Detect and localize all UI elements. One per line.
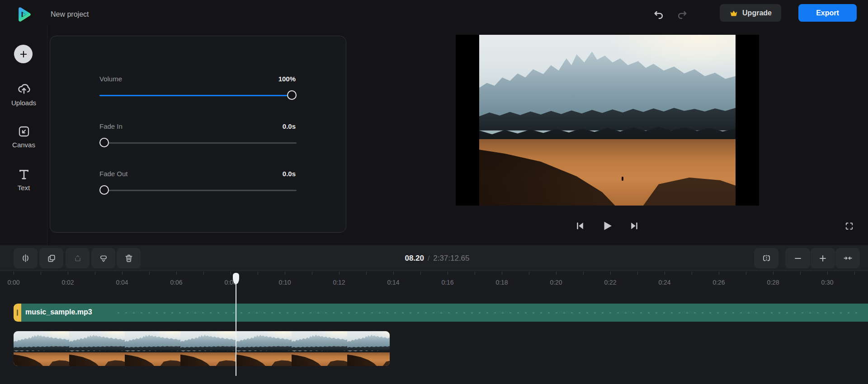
video-clip[interactable] [14, 331, 390, 366]
canvas-resize-icon [0, 124, 47, 139]
skip-to-end-icon[interactable] [627, 218, 642, 234]
timeline-section: 08.20 / 2:37:12.65 [0, 245, 868, 384]
sidebar-item-label: Canvas [0, 141, 47, 149]
snap-toggle-button[interactable] [754, 248, 778, 268]
ruler-label: 0:10 [278, 279, 291, 286]
delete-button[interactable] [117, 248, 141, 268]
ruler-tick [14, 272, 14, 275]
fullscreen-icon[interactable] [841, 218, 857, 234]
timeline-ruler[interactable]: 0:000:020:040:060:080:100:120:140:160:18… [0, 271, 868, 293]
ruler-tick [556, 272, 557, 275]
header-bar: New project Upgrade Export [0, 0, 868, 25]
ruler-tick [258, 272, 258, 275]
play-icon[interactable] [599, 218, 615, 234]
fade-out-value: 0.0s [283, 170, 296, 178]
video-preview[interactable] [456, 35, 759, 206]
copy-button[interactable] [39, 248, 63, 268]
audio-clip-trim-handle[interactable] [14, 304, 21, 322]
fade-in-label: Fade In [99, 122, 123, 130]
app-logo-icon[interactable] [15, 6, 33, 23]
ruler-tick [41, 272, 41, 275]
zoom-in-button[interactable] [811, 248, 835, 268]
ruler-label: 0:16 [441, 279, 453, 286]
sidebar-item-label: Text [0, 184, 47, 192]
split-button[interactable] [14, 248, 38, 268]
ruler-tick [719, 272, 719, 275]
ruler-tick [475, 272, 475, 275]
ruler-tick [854, 272, 855, 275]
add-media-button[interactable] [14, 45, 33, 63]
ruler-tick [366, 272, 367, 275]
video-thumbnail [125, 331, 180, 366]
total-duration: 2:37:12.65 [433, 254, 469, 263]
ruler-tick [339, 272, 340, 275]
video-thumbnail [236, 331, 292, 366]
ruler-tick [176, 272, 177, 275]
text-tool-icon [0, 167, 47, 182]
volume-slider[interactable] [99, 90, 297, 100]
video-thumbnail [292, 331, 347, 366]
sidebar-item-canvas[interactable]: Canvas [0, 124, 47, 149]
sidebar-item-label: Uploads [0, 99, 47, 107]
volume-label: Volume [99, 75, 122, 83]
ruler-tick [68, 272, 68, 275]
ruler-tick [827, 272, 828, 275]
fade-out-slider[interactable] [99, 185, 297, 195]
ruler-label: 0:22 [604, 279, 616, 286]
ruler-tick [637, 272, 638, 275]
ruler-tick [122, 272, 123, 275]
undo-icon[interactable] [651, 8, 666, 22]
audio-properties-panel: Volume 100% Fade In 0.0s Fade Out 0.0s [50, 36, 346, 233]
slider-track [99, 142, 297, 144]
ruler-label: 0:14 [387, 279, 399, 286]
ruler-label: 0:20 [550, 279, 562, 286]
timecode: 08.20 / 2:37:12.65 [405, 245, 469, 271]
skip-to-start-icon[interactable] [572, 218, 588, 234]
upload-cloud-icon [0, 81, 47, 97]
ruler-label: 0:00 [7, 279, 19, 286]
video-thumbnail [69, 331, 125, 366]
slider-handle[interactable] [287, 90, 297, 100]
project-title[interactable]: New project [51, 10, 89, 19]
ruler-tick [529, 272, 529, 275]
slider-fill [99, 95, 292, 96]
ruler-tick [285, 272, 285, 275]
playhead-handle[interactable] [233, 273, 239, 284]
ruler-tick [665, 272, 665, 275]
ruler-tick [231, 272, 231, 275]
video-thumbnail [180, 331, 236, 366]
zoom-out-button[interactable] [785, 248, 810, 268]
ruler-label: 0:04 [116, 279, 128, 286]
ruler-tick [448, 272, 448, 275]
sidebar-item-uploads[interactable]: Uploads [0, 81, 47, 107]
extract-button [66, 248, 90, 268]
ruler-label: 0:06 [170, 279, 182, 286]
audio-clip[interactable]: music_sample.mp3 [14, 304, 868, 322]
export-label: Export [816, 9, 839, 17]
ruler-label: 0:26 [712, 279, 725, 286]
ruler-tick [312, 272, 312, 275]
ruler-tick [203, 272, 204, 275]
slider-handle[interactable] [99, 185, 109, 195]
cover-button[interactable] [91, 248, 115, 268]
slider-handle[interactable] [99, 138, 109, 147]
upgrade-button[interactable]: Upgrade [720, 4, 781, 22]
ruler-tick [800, 272, 801, 275]
waveform-dots [118, 312, 861, 314]
current-time: 08.20 [405, 254, 424, 263]
fade-out-label: Fade Out [99, 170, 128, 178]
export-button[interactable]: Export [798, 4, 857, 22]
ruler-tick [610, 272, 611, 275]
crown-icon [729, 9, 738, 18]
sidebar-item-text[interactable]: Text [0, 167, 47, 192]
playhead-line [236, 283, 237, 376]
ruler-label: 0:28 [767, 279, 779, 286]
ruler-tick [692, 272, 692, 275]
video-thumbnail [347, 331, 390, 366]
trim-grip [17, 309, 18, 316]
ruler-tick [746, 272, 746, 275]
redo-icon[interactable] [675, 8, 689, 22]
fit-timeline-button[interactable] [835, 248, 860, 268]
ruler-tick [502, 272, 502, 275]
fade-in-slider[interactable] [99, 138, 297, 148]
